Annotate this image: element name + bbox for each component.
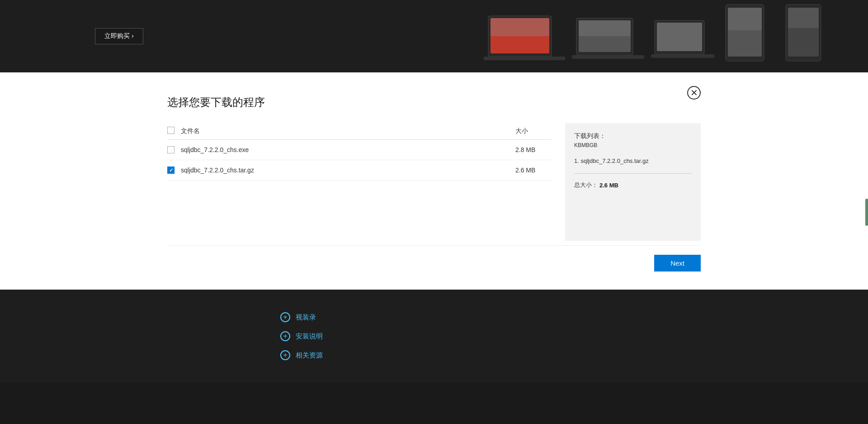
action-row: Next xyxy=(167,245,701,276)
laptop-icon-1 xyxy=(484,7,565,66)
download-panel-title: 下载列表： xyxy=(574,132,692,140)
list-item-3[interactable]: + 相关资源 xyxy=(280,346,588,365)
file-size-2: 2.6 MB xyxy=(515,167,552,174)
laptop-icon-3 xyxy=(651,16,714,66)
svg-rect-7 xyxy=(572,55,644,59)
download-panel-items: 1. sqljdbc_7.2.2.0_chs.tar.gz xyxy=(574,156,692,166)
svg-rect-2 xyxy=(491,18,549,36)
close-icon: ✕ xyxy=(690,87,698,98)
file-checkbox-1[interactable] xyxy=(167,146,175,153)
svg-rect-9 xyxy=(657,23,702,51)
list-item-2[interactable]: + 安装说明 xyxy=(280,327,588,346)
table-row: sqljdbc_7.2.2.0_chs.tar.gz 2.6 MB xyxy=(167,160,552,181)
laptop-icon-2 xyxy=(572,11,644,66)
list-item-label-3: 相关资源 xyxy=(296,351,323,360)
list-item-label-2: 安装说明 xyxy=(296,332,323,341)
row-checkbox-cell-1 xyxy=(167,146,181,153)
total-label: 总大小： xyxy=(574,181,598,189)
header-size: 大小 xyxy=(515,127,552,135)
scrollbar-hint[interactable] xyxy=(865,199,868,226)
bottom-links-list: + 视装录 + 安装说明 + 相关资源 xyxy=(253,308,615,365)
row-checkbox-cell-2 xyxy=(167,167,181,174)
table-header: 文件名 大小 xyxy=(167,123,552,140)
bottom-dark: + 视装录 + 安装说明 + 相关资源 xyxy=(0,290,868,383)
svg-rect-6 xyxy=(579,20,631,36)
circle-icon-1: + xyxy=(280,312,290,322)
file-name-1: sqljdbc_7.2.2.0_chs.exe xyxy=(181,146,515,153)
total-value: 2.6 MB xyxy=(599,182,618,189)
dialog-title: 选择您要下载的程序 xyxy=(167,95,701,110)
tablet-icon-2 xyxy=(782,2,832,66)
svg-rect-3 xyxy=(484,57,565,60)
next-button[interactable]: Next xyxy=(654,255,701,272)
file-checkbox-2[interactable] xyxy=(167,167,175,174)
tablet-icon-1 xyxy=(721,2,775,66)
circle-icon-2: + xyxy=(280,331,290,341)
list-item-label-1: 视装录 xyxy=(296,313,316,322)
list-item-1[interactable]: + 视装录 xyxy=(280,308,588,327)
svg-rect-16 xyxy=(788,8,819,28)
svg-rect-13 xyxy=(728,8,762,30)
circle-icon-3: + xyxy=(280,350,290,360)
download-item-1: 1. sqljdbc_7.2.2.0_chs.tar.gz xyxy=(574,156,692,166)
dialog-content: 文件名 大小 sqljdbc_7.2.2.0_chs.exe 2.8 MB xyxy=(167,123,701,241)
header-checkbox-cell xyxy=(167,127,181,136)
file-name-2: sqljdbc_7.2.2.0_chs.tar.gz xyxy=(181,167,515,174)
table-row: sqljdbc_7.2.2.0_chs.exe 2.8 MB xyxy=(167,140,552,160)
close-button[interactable]: ✕ xyxy=(687,86,701,100)
download-panel: 下载列表： KBMBGB 1. sqljdbc_7.2.2.0_chs.tar.… xyxy=(565,123,701,241)
header-filename: 文件名 xyxy=(181,127,515,135)
download-panel-total: 总大小： 2.6 MB xyxy=(574,181,692,189)
dialog-inner: ✕ 选择您要下载的程序 文件名 大小 xyxy=(140,86,728,290)
svg-rect-10 xyxy=(651,54,714,58)
laptop-images xyxy=(484,2,832,66)
top-banner: 立即购买 › xyxy=(0,0,868,72)
select-all-checkbox[interactable] xyxy=(167,127,175,134)
file-size-1: 2.8 MB xyxy=(515,146,552,153)
download-panel-label: KBMBGB xyxy=(574,142,692,148)
dialog-wrapper: ✕ 选择您要下载的程序 文件名 大小 xyxy=(0,72,868,290)
file-table: 文件名 大小 sqljdbc_7.2.2.0_chs.exe 2.8 MB xyxy=(167,123,552,241)
download-panel-divider xyxy=(574,173,692,174)
buy-button[interactable]: 立即购买 › xyxy=(95,28,143,44)
